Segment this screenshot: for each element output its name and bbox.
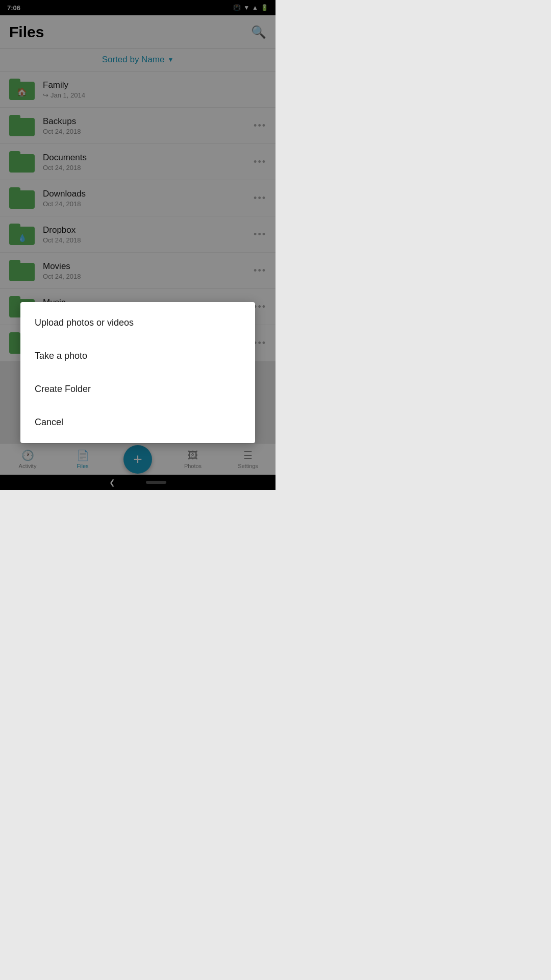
sheet-item-upload[interactable]: Upload photos or videos — [20, 306, 255, 339]
bottom-sheet-menu: Upload photos or videosTake a photoCreat… — [20, 302, 255, 443]
sheet-item-cancel[interactable]: Cancel — [20, 406, 255, 439]
sheet-item-create-folder[interactable]: Create Folder — [20, 373, 255, 406]
sheet-item-take-photo[interactable]: Take a photo — [20, 339, 255, 373]
